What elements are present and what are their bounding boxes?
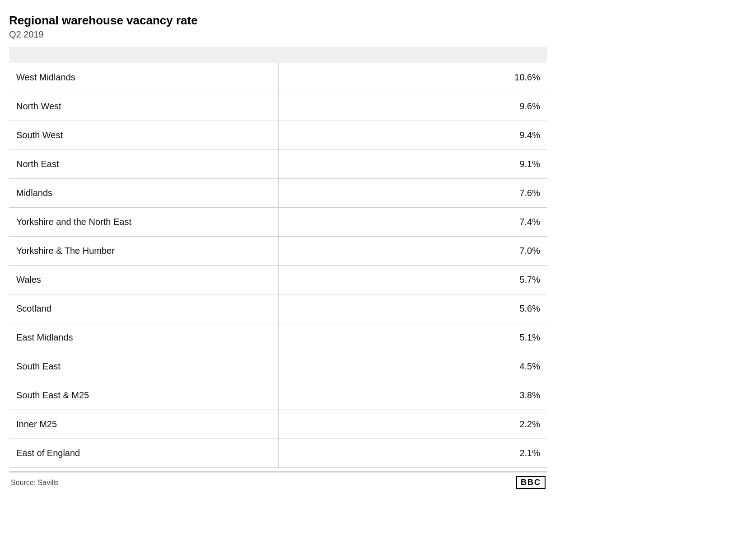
table-row: Midlands7.6% — [9, 179, 547, 208]
region-value: 9.4% — [278, 121, 547, 150]
region-name: South West — [9, 121, 278, 150]
region-value: 5.6% — [278, 294, 547, 323]
region-name: Yorkshire & The Humber — [9, 237, 278, 266]
table-row: North West9.6% — [9, 92, 547, 121]
table-row: East of England2.1% — [9, 439, 547, 468]
table-row: Wales5.7% — [9, 266, 547, 294]
region-name: South East & M25 — [9, 381, 278, 410]
region-name: East Midlands — [9, 323, 278, 352]
region-value: 2.1% — [278, 439, 547, 468]
bbc-logo: BBC — [516, 476, 546, 489]
region-value: 4.5% — [278, 352, 547, 381]
region-value: 7.0% — [278, 237, 547, 266]
region-name: Wales — [9, 266, 278, 294]
region-value: 5.7% — [278, 266, 547, 294]
region-name: West Midlands — [9, 63, 278, 92]
table-row: North East9.1% — [9, 150, 547, 179]
footer: Source: Savills BBC — [9, 471, 547, 493]
region-name: Midlands — [9, 179, 278, 208]
region-name: Inner M25 — [9, 410, 278, 439]
chart-container: Regional warehouse vacancy rate Q2 2019 … — [9, 14, 547, 493]
region-value: 7.4% — [278, 208, 547, 237]
region-value: 5.1% — [278, 323, 547, 352]
region-value: 9.1% — [278, 150, 547, 179]
table-row: Scotland5.6% — [9, 294, 547, 323]
header-bar — [9, 47, 547, 63]
region-value: 3.8% — [278, 381, 547, 410]
source-text: Source: Savills — [11, 479, 59, 487]
table-row: South East & M253.8% — [9, 381, 547, 410]
region-value: 10.6% — [278, 63, 547, 92]
region-name: Scotland — [9, 294, 278, 323]
region-name: North West — [9, 92, 278, 121]
table-row: Yorkshire and the North East7.4% — [9, 208, 547, 237]
region-value: 2.2% — [278, 410, 547, 439]
region-value: 7.6% — [278, 179, 547, 208]
table-row: West Midlands10.6% — [9, 63, 547, 92]
table-row: East Midlands5.1% — [9, 323, 547, 352]
chart-title: Regional warehouse vacancy rate — [9, 14, 547, 28]
region-name: Yorkshire and the North East — [9, 208, 278, 237]
region-name: East of England — [9, 439, 278, 468]
table-row: South West9.4% — [9, 121, 547, 150]
table-row: Inner M252.2% — [9, 410, 547, 439]
region-value: 9.6% — [278, 92, 547, 121]
table-row: Yorkshire & The Humber7.0% — [9, 237, 547, 266]
region-name: South East — [9, 352, 278, 381]
region-name: North East — [9, 150, 278, 179]
data-table: West Midlands10.6%North West9.6%South We… — [9, 63, 547, 468]
chart-subtitle: Q2 2019 — [9, 29, 547, 40]
table-row: South East4.5% — [9, 352, 547, 381]
